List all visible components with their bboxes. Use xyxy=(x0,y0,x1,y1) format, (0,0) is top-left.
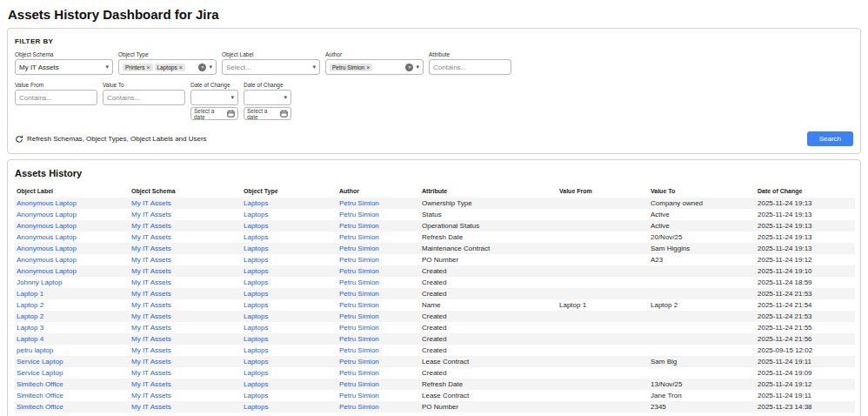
link-object-type[interactable]: Laptops xyxy=(244,290,268,298)
author-multiselect[interactable]: Petru Simion× × ▾ xyxy=(325,59,424,75)
link-object-label[interactable]: Service Laptop xyxy=(17,369,63,377)
link-author[interactable]: Petru Simion xyxy=(339,369,379,377)
link-object-schema[interactable]: My IT Assets xyxy=(131,301,171,309)
link-object-label[interactable]: Simitech Office xyxy=(17,380,63,388)
link-object-type[interactable]: Laptops xyxy=(244,380,268,388)
link-object-type[interactable]: Laptops xyxy=(244,312,268,320)
link-author[interactable]: Petru Simion xyxy=(339,380,379,388)
attribute-field: Attribute xyxy=(429,51,511,75)
link-author[interactable]: Petru Simion xyxy=(339,233,379,241)
link-object-type[interactable]: Laptops xyxy=(244,301,268,309)
link-object-type[interactable]: Laptops xyxy=(244,335,268,343)
link-object-label[interactable]: Anonymous Laptop xyxy=(17,199,77,207)
link-object-schema[interactable]: My IT Assets xyxy=(131,211,171,218)
link-author[interactable]: Petru Simion xyxy=(339,267,379,275)
link-object-type[interactable]: Laptops xyxy=(244,403,268,411)
link-author[interactable]: Petru Simion xyxy=(339,199,379,207)
link-author[interactable]: Petru Simion xyxy=(339,290,379,298)
attribute-input[interactable] xyxy=(429,59,511,75)
link-author[interactable]: Petru Simion xyxy=(339,335,379,343)
calendar-icon xyxy=(227,110,235,117)
link-object-schema[interactable]: My IT Assets xyxy=(131,233,171,241)
link-object-schema[interactable]: My IT Assets xyxy=(131,358,171,366)
link-object-type[interactable]: Laptops xyxy=(244,222,268,230)
clear-all-icon[interactable]: × xyxy=(198,64,206,71)
link-author[interactable]: Petru Simion xyxy=(339,403,379,411)
link-object-label[interactable]: Anonymous Laptop xyxy=(17,211,77,218)
link-object-type[interactable]: Laptops xyxy=(244,245,268,252)
chip-remove-icon[interactable]: × xyxy=(366,64,370,70)
link-object-type[interactable]: Laptops xyxy=(244,211,268,218)
link-author[interactable]: Petru Simion xyxy=(339,312,379,320)
value-from-input[interactable] xyxy=(15,90,97,105)
link-object-label[interactable]: Laptop 1 xyxy=(17,290,43,298)
link-author[interactable]: Petru Simion xyxy=(339,324,379,332)
link-object-type[interactable]: Laptops xyxy=(244,392,268,399)
link-object-schema[interactable]: My IT Assets xyxy=(131,199,171,207)
cell-value-to: Sam Higgins xyxy=(649,243,756,254)
link-author[interactable]: Petru Simion xyxy=(339,256,379,264)
link-object-label[interactable]: Anonymous Laptop xyxy=(17,267,77,275)
link-object-schema[interactable]: My IT Assets xyxy=(131,392,171,399)
link-object-schema[interactable]: My IT Assets xyxy=(131,245,171,252)
link-object-label[interactable]: petru laptop xyxy=(17,346,53,354)
link-object-schema[interactable]: My IT Assets xyxy=(131,312,171,320)
link-author[interactable]: Petru Simion xyxy=(339,222,379,230)
link-object-schema[interactable]: My IT Assets xyxy=(131,290,171,298)
link-author[interactable]: Petru Simion xyxy=(339,346,379,354)
date-to-operator-select[interactable]: ▾ xyxy=(244,90,291,105)
date-to-picker[interactable]: Select a date xyxy=(244,107,291,120)
link-object-schema[interactable]: My IT Assets xyxy=(131,222,171,230)
refresh-link[interactable]: Refresh Schemas, Object Types, Object La… xyxy=(15,135,207,144)
object-schema-select[interactable]: My IT Assets ▾ xyxy=(15,59,113,75)
cell-object-type: Laptops xyxy=(242,390,337,401)
link-author[interactable]: Petru Simion xyxy=(339,392,379,399)
link-object-type[interactable]: Laptops xyxy=(244,358,268,366)
link-object-schema[interactable]: My IT Assets xyxy=(131,278,171,286)
link-author[interactable]: Petru Simion xyxy=(339,211,379,218)
link-object-type[interactable]: Laptops xyxy=(244,369,268,377)
object-label-select[interactable]: Select... ▾ xyxy=(222,59,320,75)
cell-attribute: Refresh Date xyxy=(420,231,558,243)
link-author[interactable]: Petru Simion xyxy=(339,358,379,366)
link-object-label[interactable]: Laptop 4 xyxy=(17,335,43,343)
object-type-multiselect[interactable]: Printers×Laptops× × ▾ xyxy=(118,59,217,75)
link-object-label[interactable]: Laptop 2 xyxy=(17,312,43,320)
link-object-label[interactable]: Anonymous Laptop xyxy=(17,256,77,264)
link-author[interactable]: Petru Simion xyxy=(339,245,379,252)
link-object-label[interactable]: Anonymous Laptop xyxy=(17,245,77,252)
link-object-label[interactable]: Anonymous Laptop xyxy=(17,222,77,230)
link-object-schema[interactable]: My IT Assets xyxy=(131,380,171,388)
link-author[interactable]: Petru Simion xyxy=(339,278,379,286)
table-row: Anonymous LaptopMy IT AssetsLaptopsPetru… xyxy=(15,243,855,254)
link-object-type[interactable]: Laptops xyxy=(244,233,268,241)
link-object-schema[interactable]: My IT Assets xyxy=(131,256,171,264)
date-from-operator-select[interactable]: ▾ xyxy=(190,90,238,105)
link-object-label[interactable]: Simitech Office xyxy=(17,392,63,399)
clear-all-icon[interactable]: × xyxy=(405,64,413,71)
link-object-schema[interactable]: My IT Assets xyxy=(131,369,171,377)
link-object-schema[interactable]: My IT Assets xyxy=(131,346,171,354)
link-object-schema[interactable]: My IT Assets xyxy=(131,335,171,343)
value-to-input[interactable] xyxy=(103,90,185,105)
link-object-schema[interactable]: My IT Assets xyxy=(131,324,171,332)
chip-remove-icon[interactable]: × xyxy=(179,64,183,70)
link-object-type[interactable]: Laptops xyxy=(244,278,268,286)
link-object-schema[interactable]: My IT Assets xyxy=(131,403,171,411)
link-object-type[interactable]: Laptops xyxy=(244,267,268,275)
link-object-label[interactable]: Laptop 3 xyxy=(17,324,43,332)
link-object-label[interactable]: Laptop 2 xyxy=(17,301,43,309)
link-object-label[interactable]: Service Laptop xyxy=(17,358,63,366)
link-object-type[interactable]: Laptops xyxy=(244,346,268,354)
link-object-type[interactable]: Laptops xyxy=(244,199,268,207)
link-object-label[interactable]: Johnny Laptop xyxy=(17,278,63,286)
link-object-schema[interactable]: My IT Assets xyxy=(131,267,171,275)
link-object-type[interactable]: Laptops xyxy=(244,256,268,264)
date-from-picker[interactable]: Select a date xyxy=(190,107,238,120)
search-button[interactable]: Search xyxy=(807,131,853,146)
link-author[interactable]: Petru Simion xyxy=(339,301,379,309)
link-object-type[interactable]: Laptops xyxy=(244,324,268,332)
chip-remove-icon[interactable]: × xyxy=(146,64,150,70)
link-object-label[interactable]: Anonymous Laptop xyxy=(17,233,77,241)
link-object-label[interactable]: Simitech Office xyxy=(17,403,63,411)
